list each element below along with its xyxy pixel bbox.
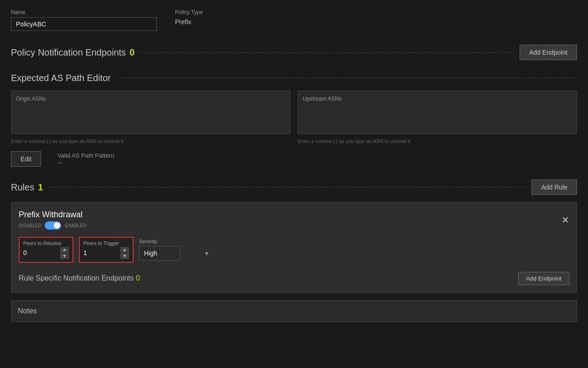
endpoints-btn-area: Add Endpoint — [520, 45, 577, 60]
endpoints-count: 0 — [129, 47, 134, 58]
upstream-hint: Enter a comma (,) as you type an ASN to … — [298, 138, 577, 144]
peers-to-trigger-up[interactable]: ▲ — [120, 247, 129, 253]
rule-card-header: Prefix Withdrawal DISABLED ENABLED ✕ — [19, 210, 569, 230]
upstream-asns-wrap: Upstream ASNs — [298, 91, 577, 134]
rules-header: Rules 1 Add Rule — [11, 179, 577, 195]
severity-select[interactable]: Low Medium High Critical — [139, 246, 180, 261]
rule-title-area: Prefix Withdrawal DISABLED ENABLED — [19, 210, 86, 230]
valid-path-wrap: Edit Valid AS Path Pattern -- — [11, 151, 577, 167]
rule-name: Prefix Withdrawal — [19, 210, 86, 220]
notes-section: Notes — [11, 300, 577, 322]
disabled-label: DISABLED — [19, 223, 41, 228]
origin-asns-label: Origin ASNs — [16, 96, 285, 102]
close-rule-button[interactable]: ✕ — [562, 215, 569, 225]
header-row: Name Policy Type Prefix — [11, 9, 577, 31]
as-path-header: Expected AS Path Editor — [11, 73, 577, 83]
endpoints-header: Policy Notification Endpoints 0 Add Endp… — [11, 45, 577, 60]
severity-select-wrap: Low Medium High Critical — [139, 246, 212, 261]
peers-to-trigger-value: 1 — [83, 249, 87, 256]
peers-to-resolve-up[interactable]: ▲ — [60, 247, 69, 253]
rule-notification-header: Rule Specific Notification Endpoints 0 A… — [19, 272, 569, 285]
rules-title: Rules 1 — [11, 182, 43, 193]
peers-to-trigger-row: 1 ▲ ▼ — [83, 247, 129, 259]
enable-toggle[interactable] — [45, 221, 61, 230]
peers-to-trigger-label: Peers to Trigger — [83, 240, 129, 246]
upstream-asns-label: Upstream ASNs — [303, 96, 572, 102]
toggle-row: DISABLED ENABLED — [19, 221, 86, 230]
as-path-divider — [116, 78, 577, 78]
rules-section: Rules 1 Add Rule Prefix Withdrawal DISAB… — [11, 179, 577, 293]
name-input[interactable] — [11, 17, 157, 31]
name-label: Name — [11, 9, 157, 15]
enabled-label: ENABLED — [65, 223, 86, 228]
endpoints-divider — [140, 52, 514, 53]
peers-to-resolve-row: 0 ▲ ▼ — [23, 247, 69, 259]
policy-type-field-group: Policy Type Prefix — [175, 9, 203, 26]
severity-label: Severity — [139, 239, 212, 244]
as-path-grid: Origin ASNs Upstream ASNs — [11, 91, 577, 134]
origin-hint: Enter a comma (,) as you type an ASN to … — [11, 138, 290, 144]
page-container: Name Policy Type Prefix Policy Notificat… — [0, 0, 588, 331]
upstream-asns-input[interactable] — [303, 105, 572, 128]
endpoints-title: Policy Notification Endpoints 0 — [11, 47, 134, 58]
endpoints-section: Policy Notification Endpoints 0 Add Endp… — [11, 45, 577, 60]
rule-add-endpoint-button[interactable]: Add Endpoint — [518, 272, 569, 285]
peers-to-trigger-down[interactable]: ▼ — [120, 253, 129, 259]
rules-divider — [48, 187, 526, 188]
rule-controls: Peers to Resolve 0 ▲ ▼ Peers to Trigger … — [19, 237, 569, 263]
rule-notification-count: 0 — [136, 274, 140, 282]
as-path-title: Expected AS Path Editor — [11, 73, 111, 83]
as-path-section: Expected AS Path Editor Origin ASNs Upst… — [11, 73, 577, 167]
name-field-group: Name — [11, 9, 157, 31]
peers-to-trigger-arrows: ▲ ▼ — [120, 247, 129, 259]
policy-type-label: Policy Type — [175, 9, 203, 15]
peers-to-resolve-arrows: ▲ ▼ — [60, 247, 69, 259]
policy-type-value: Prefix — [175, 18, 203, 26]
add-rule-button[interactable]: Add Rule — [531, 179, 577, 195]
notes-title: Notes — [18, 307, 37, 315]
rules-count: 1 — [38, 182, 43, 193]
valid-path-value: -- — [57, 159, 114, 166]
severity-wrap: Severity Low Medium High Critical — [139, 239, 212, 261]
peers-to-resolve-value: 0 — [23, 249, 27, 256]
peers-to-resolve-label: Peers to Resolve — [23, 240, 69, 246]
edit-button[interactable]: Edit — [11, 151, 41, 167]
peers-to-resolve-down[interactable]: ▼ — [60, 253, 69, 259]
peers-to-trigger-spinbox: Peers to Trigger 1 ▲ ▼ — [79, 237, 134, 263]
rule-card: Prefix Withdrawal DISABLED ENABLED ✕ Pee… — [11, 202, 577, 293]
peers-to-resolve-spinbox: Peers to Resolve 0 ▲ ▼ — [19, 237, 73, 263]
rule-notification-title: Rule Specific Notification Endpoints 0 — [19, 274, 140, 282]
add-endpoint-button[interactable]: Add Endpoint — [520, 45, 577, 60]
origin-asns-wrap: Origin ASNs — [11, 91, 290, 134]
origin-asns-input[interactable] — [16, 105, 285, 128]
valid-path-group: Valid AS Path Pattern -- — [57, 152, 114, 166]
valid-path-label: Valid AS Path Pattern — [57, 152, 114, 159]
rules-btn-area: Add Rule — [531, 179, 577, 195]
